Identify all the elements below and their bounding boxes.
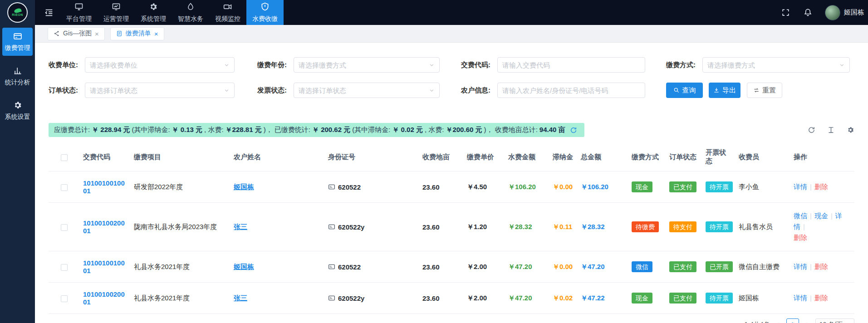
fullscreen-icon[interactable]	[781, 8, 790, 17]
summary-value: ￥ 228.94 元	[92, 126, 130, 134]
action-delete-link[interactable]: 删除	[814, 294, 828, 302]
farmer-link[interactable]: 张三	[234, 294, 247, 302]
payment-card-icon	[13, 32, 22, 41]
farmer-link[interactable]: 姬国栋	[234, 263, 254, 270]
cell-code: 1010010010001	[83, 179, 125, 195]
unit-select-input[interactable]	[90, 61, 221, 69]
farmer-info-input[interactable]	[502, 87, 640, 94]
method-select-input[interactable]	[707, 61, 836, 69]
header-unit-price: 缴费单价	[463, 143, 505, 171]
nav-item-operations[interactable]: 运营管理	[98, 0, 135, 25]
refresh-icon[interactable]	[808, 126, 815, 134]
summary-refresh-icon[interactable]	[570, 127, 577, 134]
tab-close-icon[interactable]: ×	[154, 30, 158, 37]
header-late-fee: 滞纳金	[549, 143, 577, 171]
page-size-select[interactable]: 10 条/页	[815, 318, 854, 323]
username[interactable]: 姬国栋	[844, 8, 864, 17]
sidebar-item-payment[interactable]: 缴费管理	[2, 28, 33, 56]
payment-method-badge: 现金	[632, 293, 652, 303]
column-settings-gear-icon[interactable]	[847, 126, 854, 134]
tab-bar: Gis—张图 × 缴费清单 ×	[35, 25, 868, 43]
cell-unit-price: ￥2.00	[467, 263, 487, 270]
row-checkbox[interactable]	[61, 184, 68, 191]
year-select-input[interactable]	[299, 61, 426, 69]
cell-late-fee: ￥0.02	[553, 294, 573, 302]
action-detail-link[interactable]: 详情	[794, 294, 807, 302]
action-cash-link[interactable]: 现金	[814, 212, 828, 220]
invoice-status-input[interactable]	[299, 87, 426, 94]
tab-payment-list[interactable]: 缴费清单 ×	[110, 27, 164, 40]
cell-total: ￥47.22	[581, 294, 605, 302]
page-number-button[interactable]: 1	[786, 318, 799, 323]
payment-table: 交费代码 缴费项目 农户姓名 身份证号 收费地亩 缴费单价 水费金额 滞纳金 总…	[49, 143, 854, 314]
order-status-select[interactable]	[85, 83, 235, 98]
unit-select[interactable]	[85, 57, 235, 73]
row-density-icon[interactable]	[827, 126, 835, 134]
header-collector: 收费员	[735, 143, 790, 171]
tab-close-icon[interactable]: ×	[95, 30, 99, 37]
system-gear-icon	[149, 2, 158, 13]
cell-total: ￥28.32	[581, 223, 605, 230]
code-input-box[interactable]	[497, 57, 645, 73]
table-row: 1010010010001 研发部2022年度 姬国栋 620522 23.60…	[49, 171, 854, 203]
cell-water-fee: ￥47.20	[508, 294, 532, 302]
farmer-link[interactable]: 张三	[234, 223, 247, 230]
farmer-info-input-box[interactable]	[497, 83, 645, 98]
chevron-down-icon	[224, 62, 230, 68]
select-all-checkbox[interactable]	[61, 154, 68, 161]
logo[interactable]: RIEON	[0, 0, 35, 25]
cell-water-fee: ￥47.20	[508, 263, 532, 270]
export-button-label: 导出	[722, 86, 736, 95]
action-detail-link[interactable]: 详情	[794, 263, 807, 270]
export-button[interactable]: 导出	[709, 83, 740, 98]
sidebar: RIEON 缴费管理 统计分析 系统设置	[0, 0, 35, 323]
sidebar-item-label: 统计分析	[5, 78, 30, 87]
order-status-input[interactable]	[90, 87, 221, 94]
action-delete-link[interactable]: 删除	[794, 234, 807, 241]
table-toolbar	[808, 126, 854, 134]
collapse-menu-icon[interactable]	[35, 8, 60, 18]
summary-label: )， 已缴费统计:	[264, 126, 310, 134]
payment-method-badge: 现金	[632, 181, 652, 192]
video-camera-icon	[223, 2, 232, 13]
id-card-icon	[328, 223, 335, 230]
action-detail-link[interactable]: 详情	[794, 183, 807, 191]
invoice-status-select[interactable]	[294, 83, 440, 98]
row-checkbox[interactable]	[61, 264, 68, 271]
avatar[interactable]	[825, 5, 840, 20]
bell-icon[interactable]	[804, 8, 812, 17]
filter-label: 订单状态:	[49, 86, 85, 95]
cell-unit-price: ￥4.50	[467, 183, 487, 191]
platform-monitor-icon	[74, 2, 83, 13]
chevron-down-icon	[429, 88, 435, 93]
id-card-icon	[328, 263, 335, 270]
filter-label: 缴费年份:	[257, 61, 294, 69]
summary-value: ￥200.60 元	[446, 126, 482, 134]
farmer-link[interactable]: 姬国栋	[234, 183, 254, 191]
order-status-badge: 待支付	[669, 221, 696, 232]
row-checkbox[interactable]	[61, 295, 68, 302]
nav-item-video[interactable]: 视频监控	[209, 0, 246, 25]
header-order-status: 订单状态	[666, 143, 702, 171]
query-button[interactable]: 查询	[666, 83, 703, 98]
action-wechat-link[interactable]: 微信	[794, 212, 807, 220]
action-delete-link[interactable]: 删除	[814, 183, 828, 191]
nav-item-water-fee[interactable]: 水费收缴	[246, 0, 284, 25]
top-menu: 平台管理 运营管理 系统管理 智慧水务 视频监控	[60, 0, 284, 25]
nav-item-smart-water[interactable]: 智慧水务	[172, 0, 209, 25]
header-project: 缴费项目	[130, 143, 230, 171]
nav-item-system[interactable]: 系统管理	[135, 0, 172, 25]
sidebar-item-settings[interactable]: 系统设置	[2, 97, 33, 125]
row-checkbox[interactable]	[61, 224, 68, 231]
pagination: 1-4共4条 1 10 条/页	[49, 318, 854, 323]
reset-button[interactable]: 重置	[747, 83, 782, 98]
year-select[interactable]	[294, 57, 440, 73]
code-input[interactable]	[502, 61, 640, 69]
method-select[interactable]	[702, 57, 850, 73]
query-button-label: 查询	[682, 86, 696, 95]
action-delete-link[interactable]: 删除	[814, 263, 828, 270]
nav-item-platform[interactable]: 平台管理	[60, 0, 98, 25]
reset-button-label: 重置	[762, 86, 776, 95]
sidebar-item-stats[interactable]: 统计分析	[2, 62, 33, 90]
tab-gis-map[interactable]: Gis—张图 ×	[48, 27, 105, 40]
